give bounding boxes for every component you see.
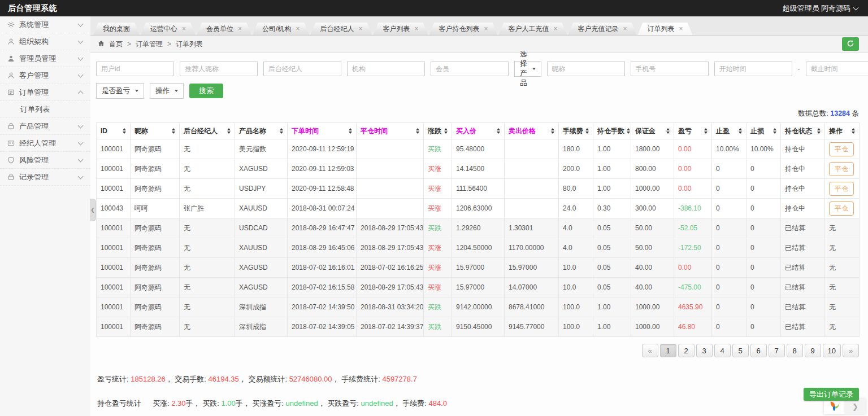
tab-operation-center[interactable]: 运营中心× — [141, 23, 196, 35]
column-header[interactable]: ID — [97, 123, 131, 139]
sidebar-item-system[interactable]: 系统管理 — [0, 16, 90, 33]
close-position-button[interactable]: 平仓 — [829, 142, 854, 156]
column-header[interactable]: 手续费 — [559, 123, 593, 139]
tab-close-icon[interactable]: × — [623, 25, 627, 32]
tab-customer-recharge-record[interactable]: 客户充值记录× — [568, 23, 636, 35]
sort-icon[interactable] — [666, 128, 670, 134]
sort-icon[interactable] — [852, 128, 855, 134]
column-header[interactable]: 平仓时间 — [357, 123, 424, 139]
sort-icon[interactable] — [444, 128, 448, 134]
pagination-page-6[interactable]: 6 — [750, 344, 767, 357]
profit-filter-select[interactable]: 是否盈亏 — [96, 83, 144, 99]
pagination-page-7[interactable]: 7 — [769, 344, 785, 357]
brand-logo-icon[interactable] — [824, 399, 845, 414]
export-orders-button[interactable]: 导出订单记录 — [804, 388, 859, 401]
sort-icon[interactable] — [497, 128, 500, 134]
referrer-nickname-input[interactable] — [180, 62, 258, 76]
pagination-prev[interactable]: « — [642, 344, 658, 357]
close-position-button[interactable]: 平仓 — [829, 202, 854, 216]
sort-icon[interactable] — [551, 128, 554, 134]
tab-close-icon[interactable]: × — [358, 25, 362, 32]
action-filter-select[interactable]: 操作 — [150, 83, 184, 99]
pagination-page-5[interactable]: 5 — [732, 344, 749, 357]
tab-close-icon[interactable]: × — [553, 25, 557, 32]
product-select[interactable]: 选择产品 — [514, 61, 541, 77]
column-header[interactable]: 买入价 — [452, 123, 505, 139]
sidebar-item-admin[interactable]: 管理员管理 — [0, 50, 90, 67]
tab-customer-manual-recharge[interactable]: 客户人工充值× — [498, 23, 567, 35]
sidebar-item-order[interactable]: 订单管理 — [0, 84, 90, 101]
end-time-input[interactable] — [806, 62, 868, 76]
sort-icon[interactable] — [773, 128, 776, 134]
breadcrumb-level1[interactable]: 订单管理 — [136, 40, 163, 49]
sort-icon[interactable] — [817, 128, 821, 134]
backend-broker-input[interactable] — [263, 62, 341, 76]
column-header[interactable]: 涨跌 — [424, 123, 452, 139]
search-button[interactable]: 搜索 — [189, 84, 223, 98]
pagination-page-2[interactable]: 2 — [678, 344, 695, 357]
pagination-page-4[interactable]: 4 — [714, 344, 731, 357]
nickname-input[interactable] — [547, 62, 625, 76]
column-header[interactable]: 卖出价格 — [505, 123, 559, 139]
widget-expand-chevron-icon[interactable]: ❯ — [845, 399, 866, 414]
tab-backend-broker[interactable]: 后台经纪人× — [310, 23, 372, 35]
tab-member-unit[interactable]: 会员单位× — [197, 23, 251, 35]
sidebar-item-organization[interactable]: 组织架构 — [0, 33, 90, 50]
tab-close-icon[interactable]: × — [296, 25, 300, 32]
column-header[interactable]: 持仓手数 — [593, 123, 631, 139]
sort-icon[interactable] — [227, 128, 231, 134]
sidebar-subitem-order-list[interactable]: 订单列表 — [0, 101, 90, 118]
sidebar-item-customer[interactable]: 客户管理 — [0, 67, 90, 84]
sidebar-collapse-handle[interactable]: ❮ — [90, 199, 96, 221]
column-header[interactable]: 后台经纪人 — [180, 123, 235, 139]
sort-icon[interactable] — [585, 128, 589, 134]
member-input[interactable] — [431, 62, 509, 76]
sidebar-item-risk[interactable]: 风险管理 — [0, 152, 90, 169]
organization-input[interactable] — [347, 62, 425, 76]
column-header[interactable]: 止盈 — [712, 123, 747, 139]
column-header[interactable]: 盈亏 — [674, 123, 712, 139]
sort-icon[interactable] — [280, 128, 283, 134]
pagination-page-3[interactable]: 3 — [696, 344, 713, 357]
pagination-page-9[interactable]: 9 — [805, 344, 821, 357]
sidebar-item-broker[interactable]: 经纪人管理 — [0, 135, 90, 152]
user-menu[interactable]: 超级管理员 阿奇源码 — [782, 3, 868, 14]
breadcrumb-home[interactable]: 首页 — [109, 40, 123, 49]
tab-close-icon[interactable]: × — [679, 25, 683, 32]
column-header[interactable]: 持仓状态 — [781, 123, 825, 139]
close-position-button[interactable]: 平仓 — [829, 162, 854, 176]
tab-close-icon[interactable]: × — [182, 25, 186, 32]
sort-icon[interactable] — [627, 128, 630, 134]
pagination-page-10[interactable]: 10 — [823, 344, 841, 357]
column-header[interactable]: 昵称 — [131, 123, 180, 139]
sort-icon[interactable] — [416, 128, 419, 134]
refresh-button[interactable] — [842, 37, 859, 51]
start-time-input[interactable] — [714, 62, 792, 76]
column-header[interactable]: 产品名称 — [235, 123, 288, 139]
column-header[interactable]: 下单时间 — [288, 123, 357, 139]
phone-input[interactable] — [631, 62, 709, 76]
close-position-button[interactable]: 平仓 — [829, 182, 854, 196]
pagination-page-1[interactable]: 1 — [660, 344, 676, 357]
sidebar-item-record[interactable]: 记录管理 — [0, 169, 90, 186]
sort-icon[interactable] — [349, 128, 352, 134]
tab-close-icon[interactable]: × — [238, 25, 242, 32]
column-header[interactable]: 止损 — [747, 123, 781, 139]
sort-icon[interactable] — [123, 128, 126, 134]
tab-order-list[interactable]: 订单列表× — [637, 23, 692, 35]
sort-icon[interactable] — [704, 128, 708, 134]
tab-company-org[interactable]: 公司/机构× — [253, 23, 309, 35]
pagination-page-8[interactable]: 8 — [787, 344, 803, 357]
tab-close-icon[interactable]: × — [484, 25, 488, 32]
sort-icon[interactable] — [739, 128, 742, 134]
tab-close-icon[interactable]: × — [414, 25, 418, 32]
column-header[interactable]: 操作 — [825, 123, 860, 139]
breadcrumb-level2[interactable]: 订单列表 — [176, 40, 203, 49]
tab-customer-list[interactable]: 客户列表× — [373, 23, 428, 35]
tab-customer-position-list[interactable]: 客户持仓列表× — [429, 23, 497, 35]
column-header[interactable]: 保证金 — [631, 123, 674, 139]
tab-my-desktop[interactable]: 我的桌面 — [93, 23, 140, 35]
sidebar-item-product[interactable]: 产品管理 — [0, 118, 90, 135]
sort-icon[interactable] — [172, 128, 175, 134]
user-id-input[interactable] — [96, 62, 174, 76]
